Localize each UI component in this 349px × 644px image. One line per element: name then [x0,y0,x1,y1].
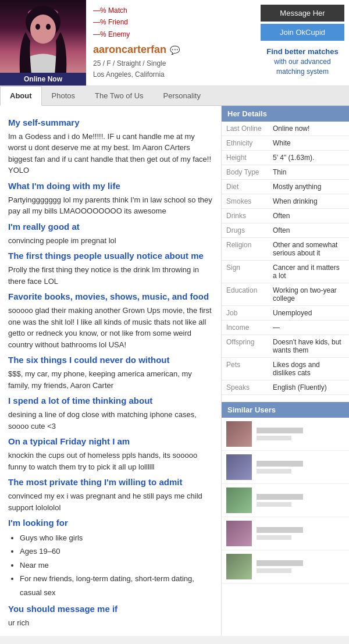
similar-user-name-2 [257,461,303,467]
similar-user-thumb-5 [226,554,252,579]
detail-label: Last Online [222,122,268,136]
right-column: Her Details Last Online Online now! Ethn… [221,106,349,636]
message-her-button[interactable]: Message Her [261,5,344,22]
match-info: —% Match —% Friend —% Enemy [93,5,249,40]
section-doing-with-life: What I'm doing with my life Partyinggggg… [8,181,213,217]
thinking-about-title: I spend a lot of time thinking about [8,396,213,405]
six-things-text: $$$, my car, my phone, keeping america a… [8,368,213,391]
online-badge: Online Now [0,73,86,86]
section-friday-night: On a typical Friday night I am knockin t… [8,436,213,472]
similar-user-info-5 [257,560,344,573]
detail-label: Diet [222,179,268,194]
left-column: My self-summary Im a Godess and i do Me!… [0,106,221,636]
detail-row-height: Height 5' 4" (1.63m). [222,150,349,165]
looking-for-list: Guys who like girls Ages 19–60 Near me F… [8,531,213,599]
username[interactable]: aaroncarterfan [93,44,166,56]
similar-user-item-4[interactable] [222,517,349,550]
location: Los Angeles, California [93,69,249,80]
six-things-title: The six things I could never do without [8,355,213,365]
similar-user-name-1 [257,428,303,433]
looking-for-title: I'm looking for [8,518,213,528]
detail-value: Other and somewhat serious about it [268,237,349,260]
enemy-percent: —% Enemy [93,29,249,40]
tab-two-of-us[interactable]: The Two of Us [85,86,154,105]
find-better-sub: with our advanced matching system [274,58,330,76]
main-content: My self-summary Im a Godess and i do Me!… [0,106,349,636]
find-better-promo: Find better matches with our advanced ma… [261,47,344,77]
detail-value: — [268,320,349,335]
similar-user-info-2 [257,461,344,474]
looking-item-4: For new friends, long-term dating, short… [20,572,213,599]
detail-row-diet: Diet Mostly anything [222,179,349,194]
detail-row-sign: Sign Cancer and it matters a lot [222,260,349,283]
friday-night-text: knockin the cups out of homeless ppls ha… [8,450,213,472]
detail-row-income: Income — [222,320,349,335]
message-if-text: ur rich [8,617,213,629]
looking-item-3: Near me [20,558,213,572]
detail-row-speaks: Speaks English (Fluently) [222,380,349,394]
first-notice-title: The first things people usually notice a… [8,251,213,261]
section-message-if: You should message me if ur rich [8,604,213,629]
detail-value: Online now! [268,122,349,136]
profile-photo-wrap: Online Now [0,0,86,86]
detail-label: Ethnicity [222,136,268,150]
good-at-title: I'm really good at [8,222,213,232]
detail-row-smokes: Smokes When drinking [222,194,349,208]
tab-personality[interactable]: Personality [154,86,211,105]
detail-label: Job [222,305,268,320]
detail-row-drinks: Drinks Often [222,208,349,223]
detail-row-pets: Pets Likes dogs and dislikes cats [222,357,349,380]
similar-user-info-4 [257,527,344,540]
doing-with-life-text: Partyinggggggg lol my parents think I'm … [8,194,213,217]
detail-value: Unemployed [268,305,349,320]
similar-user-thumb-2 [226,454,252,480]
similar-user-item-2[interactable] [222,451,349,484]
message-if-title: You should message me if [8,604,213,614]
looking-item-1: Guys who like girls [20,531,213,545]
friday-night-title: On a typical Friday night I am [8,436,213,446]
similar-user-name-3 [257,494,303,500]
similar-user-item-3[interactable] [222,484,349,517]
friend-percent: —% Friend [93,16,249,28]
her-details-header: Her Details [222,106,349,122]
username-row: aaroncarterfan 💬 [93,44,249,56]
detail-row-religion: Religion Other and somewhat serious abou… [222,237,349,260]
section-thinking-about: I spend a lot of time thinking about des… [8,396,213,432]
looking-item-2: Ages 19–60 [20,545,213,558]
section-six-things: The six things I could never do without … [8,355,213,391]
similar-user-name-4 [257,527,303,533]
detail-row-education: Education Working on two-year college [222,283,349,305]
similar-user-item-5[interactable] [222,550,349,583]
detail-value: Mostly anything [268,179,349,194]
detail-value: 5' 4" (1.63m). [268,150,349,165]
self-summary-text: Im a Godess and i do Me!!!!!. IF u cant … [8,131,213,176]
join-okcupid-button[interactable]: Join OkCupid [261,24,344,41]
private-thing-text: convinced my ex i was pregnant and he st… [8,490,213,513]
detail-label: Sign [222,260,268,283]
detail-label: Pets [222,357,268,380]
details-table: Last Online Online now! Ethnicity White … [222,122,349,395]
match-percent: —% Match [93,5,249,16]
similar-user-thumb-1 [226,421,252,447]
similar-user-item-1[interactable] [222,418,349,451]
detail-row-ethnicity: Ethnicity White [222,136,349,150]
section-looking-for: I'm looking for Guys who like girls Ages… [8,518,213,599]
section-good-at: I'm really good at convincing people im … [8,222,213,247]
detail-label: Height [222,150,268,165]
detail-value: Often [268,208,349,223]
detail-value: English (Fluently) [268,380,349,394]
section-private-thing: The most private thing I'm willing to ad… [8,477,213,513]
tab-about[interactable]: About [0,86,42,106]
favorites-text: sooooo glad their making another Grown U… [8,305,213,350]
profile-photo [0,0,86,80]
user-info: 25 / F / Straight / Single Los Angeles, … [93,58,249,80]
detail-label: Drinks [222,208,268,223]
detail-row-offspring: Offspring Doesn't have kids, but wants t… [222,335,349,357]
tab-photos[interactable]: Photos [42,86,85,105]
detail-label: Income [222,320,268,335]
detail-row-job: Job Unemployed [222,305,349,320]
detail-row-body-type: Body Type Thin [222,165,349,179]
chat-icon[interactable]: 💬 [170,45,180,55]
header-right: Message Her Join OkCupid Find better mat… [256,0,349,86]
similar-user-sub-3 [257,502,291,507]
